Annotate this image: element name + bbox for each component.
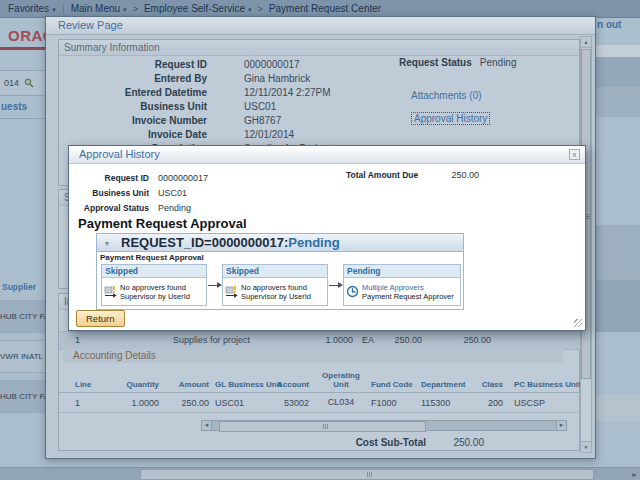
cost-subtotal-value: 250.00 — [436, 437, 484, 448]
scrollbar-grip — [323, 424, 324, 429]
pending-clock-icon — [346, 285, 359, 298]
background-band — [596, 280, 640, 332]
supplier-row: HUB CITY FA — [0, 300, 46, 333]
chevron-down-icon: ▾ — [248, 6, 252, 13]
chevron-down-icon: ▾ — [123, 6, 127, 13]
attachments-link[interactable]: Attachments (0) — [411, 90, 482, 101]
breadcrumb-employee-self-service[interactable]: Employee Self-Service▾ — [144, 3, 252, 14]
field-row: Business UnitUSC01 — [59, 100, 579, 114]
lookup-icon[interactable] — [24, 78, 34, 88]
supplier-row: HUB CITY FA — [0, 380, 46, 413]
supplier-column-header: Supplier — [2, 282, 36, 292]
modal-title-bar: Approval History x — [69, 146, 585, 164]
stage-text: No approvers found Supervisor by UserId — [241, 283, 311, 301]
accounting-grid-header: Line Quantity Amount GL Business Unit Ac… — [59, 364, 584, 393]
approval-stages: Skipped No approvers found Supervisor by… — [97, 264, 463, 306]
resize-grip[interactable] — [574, 319, 582, 327]
field-row: Entered Datetime12/11/2014 2:27PM — [59, 86, 579, 100]
accounting-grid-row: 1 1.0000 250.00 USC01 53002 CL034 F1000 … — [59, 395, 584, 413]
approval-stage-skipped-2: Skipped No approvers found Supervisor by… — [222, 264, 328, 306]
approval-history-modal: Approval History x Request ID0000000017 … — [68, 145, 586, 331]
field-row: Entered ByGina Hambrick — [59, 72, 579, 86]
field-row: Business UnitUSC01 — [73, 183, 208, 198]
cost-subtotal-label: Cost Sub-Total — [306, 437, 426, 448]
breadcrumb-separator: > — [133, 4, 138, 14]
invoice-line-row: 1 Supplies for project 1.0000 EA 250.00 … — [59, 331, 581, 350]
field-row: Approval StatusPending — [73, 198, 208, 213]
approval-stage-skipped-1: Skipped No approvers found Supervisor by… — [101, 264, 207, 306]
flow-request-id: REQUEST_ID=0000000017: — [121, 235, 288, 250]
approval-history-link[interactable]: Approval History — [411, 112, 490, 125]
window-title: Review Page — [46, 17, 595, 35]
skipped-step-icon — [104, 285, 117, 298]
brand-divider — [0, 47, 46, 50]
approval-flow-subtitle: Payment Request Approval — [97, 252, 463, 264]
skipped-step-icon — [225, 285, 238, 298]
background-band — [596, 57, 640, 87]
scroll-right-icon[interactable]: ► — [631, 470, 638, 479]
approval-flow: ▾REQUEST_ID=0000000017:Pending Payment R… — [96, 233, 464, 310]
flow-arrow-icon — [207, 272, 222, 299]
flow-arrow-icon — [328, 272, 343, 299]
scroll-down-icon[interactable]: ▼ — [581, 441, 591, 452]
supplier-row: VWR INATL IN — [0, 340, 46, 373]
scrollbar-grip — [367, 472, 368, 477]
field-row: Invoice Date12/01/2014 — [59, 128, 579, 142]
total-amount-due-value: 250.00 — [419, 168, 479, 183]
flow-status: Pending — [288, 235, 339, 250]
request-status: Request StatusPending — [399, 57, 517, 68]
breadcrumb-divider — [63, 3, 64, 14]
requests-link[interactable]: uests — [1, 101, 27, 112]
scrollbar-thumb[interactable] — [219, 421, 426, 432]
stage-status: Skipped — [102, 265, 206, 278]
grid-horizontal-scrollbar[interactable]: ◄ ► — [201, 420, 567, 431]
close-icon[interactable]: x — [569, 149, 580, 160]
multiple-approvers-link[interactable]: Multiple Approvers — [362, 283, 454, 292]
breadcrumb-separator: > — [258, 4, 263, 14]
screen: Favorites▾ Main Menu▾ > Employee Self-Se… — [0, 0, 640, 480]
approval-stage-pending: Pending Multiple Approvers Payment Reque… — [343, 264, 461, 306]
scrollbar-track[interactable] — [212, 420, 556, 431]
scroll-right-icon[interactable]: ► — [556, 420, 567, 431]
stage-status: Pending — [344, 265, 460, 278]
date-fragment: 014 — [4, 78, 19, 88]
approval-flow-header: ▾REQUEST_ID=0000000017:Pending — [97, 234, 463, 252]
stage-text: No approvers found Supervisor by UserId — [120, 283, 190, 301]
sign-out-link[interactable]: n out — [597, 19, 621, 30]
background-band — [596, 395, 640, 421]
modal-fields: Request ID0000000017 Business UnitUSC01 … — [73, 168, 208, 213]
breadcrumb-payment-request-center[interactable]: Payment Request Center — [269, 3, 381, 14]
oracle-logo: ORACLE — [8, 27, 45, 44]
accounting-details-header: Accounting Details — [63, 349, 563, 363]
breadcrumb-favorites[interactable]: Favorites▾ — [8, 3, 56, 14]
background-date-panel: 014 — [0, 70, 46, 96]
stage-text: Multiple Approvers Payment Request Appro… — [362, 283, 454, 301]
collapse-icon[interactable]: ▾ — [105, 235, 109, 252]
background-band — [596, 225, 640, 280]
scrollbar-thumb[interactable] — [140, 469, 594, 480]
chevron-down-icon: ▾ — [52, 6, 56, 13]
page-horizontal-scrollbar[interactable]: ► — [0, 467, 640, 480]
scroll-left-icon[interactable]: ◄ — [201, 420, 212, 431]
background-band — [596, 45, 640, 57]
background-band — [596, 87, 640, 117]
modal-title: Approval History — [79, 148, 160, 160]
stage-status: Skipped — [223, 265, 327, 278]
breadcrumb-main-menu[interactable]: Main Menu▾ — [71, 3, 127, 14]
summary-fields: Request ID0000000017 Entered ByGina Hamb… — [59, 56, 579, 156]
return-button[interactable]: Return — [76, 310, 125, 327]
field-row: Request ID0000000017 — [73, 168, 208, 183]
section-title: Summary Information — [59, 40, 579, 56]
background-requests-panel: uests — [0, 95, 46, 119]
total-amount-due-label: Total Amount Due — [346, 168, 418, 183]
payment-request-approval-heading: Payment Request Approval — [78, 216, 247, 231]
scroll-up-icon[interactable]: ▲ — [581, 37, 591, 48]
field-row: Invoice NumberGH8767 — [59, 114, 579, 128]
